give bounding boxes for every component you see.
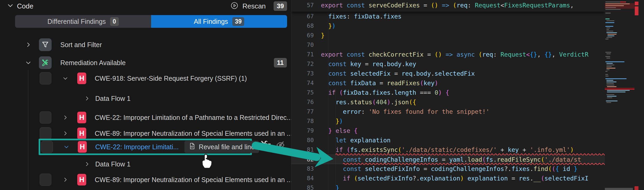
finding-row[interactable]: HCWE-89: Improper Neutralization of Spec… xyxy=(0,127,291,140)
chevron-right-icon[interactable] xyxy=(62,114,68,121)
finding-label[interactable]: CWE-89: Improper Neutralization of Speci… xyxy=(95,130,292,137)
severity-badge-high: H xyxy=(77,112,86,123)
code-text: const selectedFixInfo = codingChallengeI… xyxy=(321,164,577,174)
severity-badge-high: H xyxy=(77,174,86,186)
minimap-code-row xyxy=(606,20,614,21)
tab-label: Differential Findings xyxy=(47,18,106,25)
dataflow-row[interactable]: Data Flow 1 xyxy=(0,158,291,170)
tab-differential-findings[interactable]: Differential Findings0 xyxy=(15,15,151,28)
chevron-right-icon[interactable] xyxy=(62,130,68,137)
line-number: 85 xyxy=(291,183,314,190)
severity-badge-high: H xyxy=(78,141,87,153)
code-line-74[interactable]: 74 const fixData = readFixes(key) xyxy=(291,78,605,88)
finding-checkbox[interactable] xyxy=(40,174,51,186)
chevron-down-icon[interactable] xyxy=(62,75,68,82)
minimap-code-row xyxy=(607,34,616,35)
code-line-67[interactable]: 67 fixes: fixData.fixes xyxy=(291,12,605,21)
finding-row[interactable]: HCWE-22: Improper Limitation of a Pathna… xyxy=(0,111,291,124)
minimap-code-row xyxy=(606,53,611,54)
minimap-code-row xyxy=(605,5,624,6)
remediate-tools-icon[interactable] xyxy=(260,139,269,150)
line-number: 73 xyxy=(291,69,314,78)
minimap-code-row xyxy=(605,19,610,19)
chevron-right-icon[interactable] xyxy=(84,95,90,102)
code-text: res.status(404).json({ xyxy=(321,97,416,107)
code-text: fixes: fixData.fixes xyxy=(321,12,402,21)
code-line-68[interactable]: 68 }) xyxy=(291,21,605,31)
line-number: 68 xyxy=(291,21,314,31)
sticky-scroll-line[interactable]: 57export const serveCodeFixes = () => (r… xyxy=(291,0,605,12)
code-line-85[interactable]: 85 } xyxy=(291,183,605,190)
code-line-72[interactable]: 72 const key = req.body.key xyxy=(291,59,605,69)
overview-ruler xyxy=(634,0,639,190)
ignore-eye-off-icon[interactable] xyxy=(276,140,285,151)
code-line-73[interactable]: 73 const selectedFix = req.body.selected… xyxy=(291,69,605,78)
code-line-83[interactable]: 83 const selectedFixInfo = codingChallen… xyxy=(291,164,605,174)
code-line-78[interactable]: 78 }) xyxy=(291,116,605,126)
minimap[interactable] xyxy=(605,0,634,190)
chevron-right-icon[interactable] xyxy=(25,41,31,48)
rescan-button[interactable]: Rescan xyxy=(242,2,266,10)
ruler-error-mark xyxy=(635,6,638,15)
minimap-error-chunk xyxy=(620,2,626,2)
finding-label[interactable]: CWE-918: Server-Side Request Forgery (SS… xyxy=(95,75,247,82)
finding-label[interactable]: CWE-89: Improper Neutralization of Speci… xyxy=(95,176,292,184)
code-text: const key = req.body.key xyxy=(321,59,416,69)
minimap-code-row xyxy=(605,3,630,4)
group-row-remediation[interactable]: Remediation Available11 xyxy=(0,56,291,69)
tab-all-findings[interactable]: All Findings39 xyxy=(151,15,287,28)
code-text: const selectedFix = req.body.selectedFix xyxy=(321,69,475,78)
minimap-code-row xyxy=(605,71,607,72)
finding-row[interactable]: HCWE-89: Improper Neutralization of Spec… xyxy=(0,173,291,186)
minimap-code-row xyxy=(606,94,614,95)
code-line-70[interactable]: 70 xyxy=(291,40,605,50)
finding-label[interactable]: CWE-22: Improper Limitati... xyxy=(95,143,179,151)
group-row-sort-filter[interactable]: Sort and Filter xyxy=(0,38,291,51)
dataflow-row[interactable]: Data Flow 1 xyxy=(0,93,291,104)
code-line-79[interactable]: 79 } else { xyxy=(291,126,605,135)
code-line-82[interactable]: 82 const codingChallengeInfos = yaml.loa… xyxy=(291,155,605,164)
code-line-57[interactable]: 57export const serveCodeFixes = () => (r… xyxy=(291,1,605,10)
chevron-down-icon[interactable] xyxy=(64,143,69,150)
tab-label: All Findings xyxy=(194,18,228,25)
code-text: } xyxy=(321,183,339,190)
code-line-71[interactable]: 71export const checkCorrectFix = () => a… xyxy=(291,50,605,59)
chevron-right-icon[interactable] xyxy=(62,176,68,183)
finding-checkbox[interactable] xyxy=(40,72,51,84)
minimap-code-row xyxy=(607,35,614,36)
reveal-file-and-line-button[interactable]: Reveal file and line xyxy=(184,141,259,153)
minimap-code-row xyxy=(605,56,610,57)
chevron-right-icon[interactable] xyxy=(84,161,90,168)
minimap-code-row xyxy=(605,76,609,76)
finding-row[interactable]: HCWE-918: Server-Side Request Forgery (S… xyxy=(0,72,291,85)
minimap-code-row xyxy=(605,61,624,62)
code-line-76[interactable]: 76 res.status(404).json({ xyxy=(291,97,605,107)
minimap-code-row xyxy=(605,7,616,8)
finding-label[interactable]: Data Flow 1 xyxy=(95,160,130,168)
code-area[interactable]: 67 fixes: fixData.fixes68 })69}7071expor… xyxy=(291,0,605,190)
finding-label[interactable]: Data Flow 1 xyxy=(95,95,130,102)
code-line-75[interactable]: 75 if (fixData.fixes.length === 0) { xyxy=(291,88,605,97)
finding-checkbox[interactable] xyxy=(40,127,51,139)
minimap-slider[interactable] xyxy=(605,188,633,190)
minimap-code-row xyxy=(606,82,616,82)
chevron-down-icon[interactable] xyxy=(7,3,13,10)
line-number: 71 xyxy=(291,50,314,59)
finding-checkbox[interactable] xyxy=(41,141,53,153)
code-line-84[interactable]: 84 if (selectedFixInfo?.explanation) exp… xyxy=(291,174,605,183)
rescan-play-icon[interactable] xyxy=(231,2,238,10)
chevron-down-icon[interactable] xyxy=(25,59,31,66)
code-line-80[interactable]: 80 let explanation xyxy=(291,135,605,145)
finding-label[interactable]: CWE-22: Improper Limitation of a Pathnam… xyxy=(95,114,292,121)
findings-count-badge: 39 xyxy=(274,1,287,11)
line-number: 70 xyxy=(291,40,314,50)
code-line-81[interactable]: 81 if (fs.existsSync('./data/static/code… xyxy=(291,145,605,155)
finding-checkbox[interactable] xyxy=(40,111,51,124)
filter-icon xyxy=(39,38,52,51)
reveal-button-label: Reveal file and line xyxy=(199,143,255,151)
code-text: if (selectedFixInfo?.explanation) explan… xyxy=(321,174,588,183)
code-line-77[interactable]: 77 error: 'No fixes found for the snippe… xyxy=(291,107,605,116)
code-line-69[interactable]: 69} xyxy=(291,31,605,40)
finding-row-selected[interactable]: HCWE-22: Improper Limitati...Reveal file… xyxy=(39,139,252,155)
minimap-code-row xyxy=(605,52,611,53)
